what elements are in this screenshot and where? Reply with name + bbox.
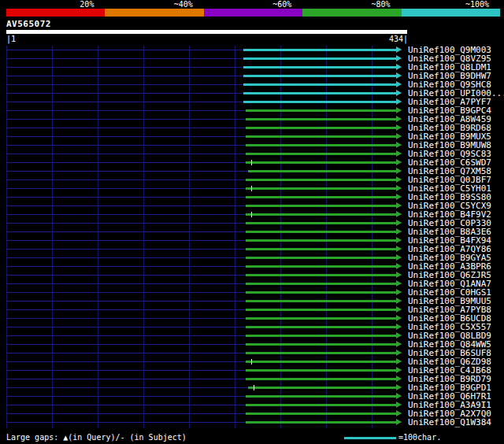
alignment-bar[interactable] xyxy=(246,378,396,380)
alignment-bar[interactable] xyxy=(246,369,396,372)
alignment-bar[interactable] xyxy=(246,291,396,294)
alignment-bar[interactable] xyxy=(246,413,396,415)
alignment-bar[interactable] xyxy=(243,57,396,60)
alignment-arrowhead-icon xyxy=(396,90,402,96)
alignment-arrowhead-icon xyxy=(396,159,402,165)
alignment-arrowhead-icon xyxy=(396,116,402,122)
alignment-bar[interactable] xyxy=(246,179,396,181)
alignment-bar[interactable] xyxy=(246,317,396,320)
alignment-arrowhead-icon xyxy=(396,315,402,321)
alignment-arrowhead-icon xyxy=(396,263,402,269)
scale-segment-color xyxy=(6,9,105,17)
alignment-bar[interactable] xyxy=(246,283,396,285)
scale-segment: ~60% xyxy=(204,1,302,17)
alignment-arrowhead-icon xyxy=(396,72,402,79)
alignment-bar[interactable] xyxy=(243,66,396,68)
hit-label[interactable]: UniRef100_Q1W384 xyxy=(408,418,491,427)
alignment-arrowhead-icon xyxy=(396,107,402,113)
scale-segment-color xyxy=(302,9,401,17)
alignment-bar[interactable] xyxy=(246,257,396,259)
alignment-arrowhead-icon xyxy=(396,324,402,330)
alignment-bar[interactable] xyxy=(246,153,396,155)
alignment-bar[interactable] xyxy=(246,144,396,146)
alignment-bar[interactable] xyxy=(246,127,396,129)
alignment-arrowhead-icon xyxy=(396,98,402,105)
alignment-bar[interactable] xyxy=(243,92,396,94)
gap-tick xyxy=(251,359,252,364)
alignment-bar[interactable] xyxy=(246,274,396,276)
scale-segment-color xyxy=(402,9,500,17)
alignment-bar[interactable] xyxy=(243,101,396,103)
alignment-bar[interactable] xyxy=(246,239,396,242)
alignment-bar[interactable] xyxy=(248,387,396,389)
alignment-bar[interactable] xyxy=(246,213,396,216)
alignment-bar[interactable] xyxy=(246,361,396,363)
alignment-arrowhead-icon xyxy=(396,64,402,70)
alignment-arrowhead-icon xyxy=(396,55,402,61)
alignment-bar[interactable] xyxy=(246,335,396,337)
alignment-arrowhead-icon xyxy=(396,419,402,425)
alignment-bar[interactable] xyxy=(243,83,396,86)
alignment-bar[interactable] xyxy=(246,404,396,406)
alignment-arrowhead-icon xyxy=(396,350,402,356)
alignment-bar[interactable] xyxy=(248,170,396,172)
alignment-arrowhead-icon xyxy=(396,306,402,313)
query-bar xyxy=(6,30,407,34)
gap-tick xyxy=(251,160,252,165)
alignment-bar[interactable] xyxy=(246,265,396,268)
query-name: AV565072 xyxy=(6,19,51,29)
alignment-arrowhead-icon xyxy=(396,81,402,87)
alignment-arrowhead-icon xyxy=(396,202,402,209)
scale-segment-label: ~80% xyxy=(302,1,401,8)
alignment-bar[interactable] xyxy=(246,231,396,233)
alignment-arrowhead-icon xyxy=(396,246,402,252)
scale-segment-color xyxy=(204,9,302,17)
scale-segment: ~80% xyxy=(302,1,401,17)
alignment-arrowhead-icon xyxy=(396,376,402,382)
alignment-bar[interactable] xyxy=(246,352,396,354)
alignment-arrowhead-icon xyxy=(396,384,402,390)
gap-tick xyxy=(251,212,252,217)
alignment-bar[interactable] xyxy=(246,187,396,190)
scale-segment: ~40% xyxy=(105,1,203,17)
scale-segment-label: 20% xyxy=(6,1,105,8)
alignment-arrowhead-icon xyxy=(396,220,402,226)
alignment-arrowhead-icon xyxy=(396,298,402,304)
alignment-bar[interactable] xyxy=(246,222,396,224)
alignment-bar[interactable] xyxy=(246,135,396,138)
alignment-bar[interactable] xyxy=(246,326,396,328)
alignment-bar[interactable] xyxy=(243,75,396,77)
alignment-arrowhead-icon xyxy=(396,341,402,347)
large-gaps-legend: Large gaps: ▲(in Query)/- (in Subject) xyxy=(6,433,187,442)
alignment-arrowhead-icon xyxy=(396,185,402,191)
alignment-arrowhead-icon xyxy=(396,150,402,157)
alignment-bar[interactable] xyxy=(246,309,396,311)
gap-tick xyxy=(251,186,252,191)
alignment-bar[interactable] xyxy=(246,161,396,164)
scale-segment-label: ~100% xyxy=(402,1,500,8)
alignment-bar[interactable] xyxy=(246,343,396,346)
alignment-arrowhead-icon xyxy=(396,272,402,278)
alignment-arrowhead-icon xyxy=(396,176,402,183)
alignment-bar[interactable] xyxy=(246,248,396,250)
alignment-bar[interactable] xyxy=(246,109,396,112)
alignment-arrowhead-icon xyxy=(396,254,402,261)
identity-scale: 20% ~40% ~60% ~80% ~100% xyxy=(6,1,500,17)
scale-segment-label: ~60% xyxy=(204,1,302,8)
alignment-bar[interactable] xyxy=(246,395,396,398)
alignment-bar[interactable] xyxy=(246,196,396,198)
ruler-end-label: 434| xyxy=(389,35,408,44)
alignment-arrowhead-icon xyxy=(396,211,402,217)
alignment-arrowhead-icon xyxy=(396,46,402,53)
alignment-bar[interactable] xyxy=(246,421,396,424)
alignment-bar[interactable] xyxy=(243,49,396,51)
scale-ruler-line xyxy=(344,437,396,439)
ruler-start-label: |1 xyxy=(6,35,16,44)
alignment-arrowhead-icon xyxy=(396,401,402,408)
alignment-arrowhead-icon xyxy=(396,280,402,287)
alignment-bar[interactable] xyxy=(246,118,396,120)
ruler: |1 434| xyxy=(6,35,408,44)
alignment-arrowhead-icon xyxy=(396,228,402,235)
alignment-bar[interactable] xyxy=(246,205,396,207)
alignment-bar[interactable] xyxy=(246,300,396,302)
